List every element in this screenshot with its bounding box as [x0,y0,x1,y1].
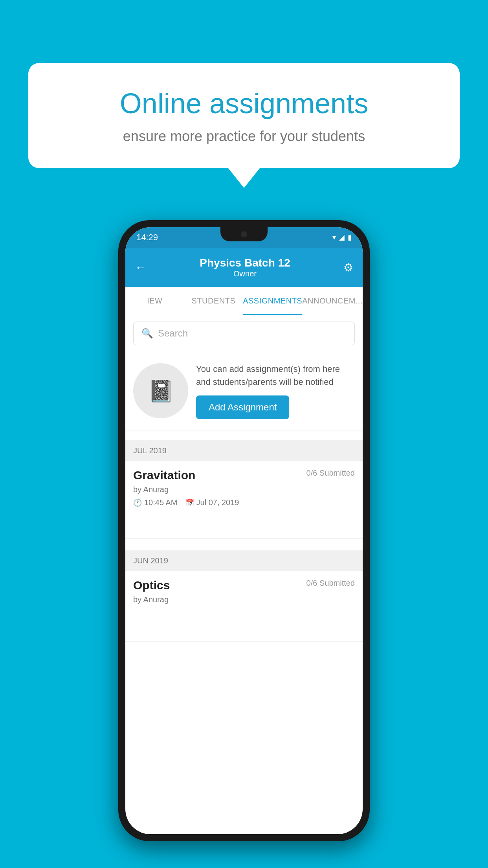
assignment-meta-gravitation: 🕐 10:45 AM 📅 Jul 07, 2019 [133,498,355,507]
speech-bubble-title: Online assignments [56,86,432,120]
status-time: 14:29 [136,232,158,243]
camera [241,231,247,237]
tab-students-label: STUDENTS [191,296,235,305]
assignment-item-optics[interactable]: Optics 0/6 Submitted by Anurag [125,571,363,642]
assignment-submitted-gravitation: 0/6 Submitted [306,469,355,478]
section-header-jul: JUL 2019 [125,440,363,461]
header-subtitle: Owner [200,269,290,278]
header-title: Physics Batch 12 [200,257,290,269]
search-container: 🔍 Search [125,315,363,351]
tab-iew-label: IEW [147,296,162,305]
speech-bubble-subtitle: ensure more practice for your students [56,128,432,145]
promo-text: You can add assignment(s) from here and … [196,362,355,388]
assignment-by-gravitation: by Anurag [133,485,355,494]
tab-assignments[interactable]: ASSIGNMENTS [243,287,302,315]
add-assignment-button[interactable]: Add Assignment [196,395,289,419]
tab-iew[interactable]: IEW [125,287,184,315]
assignment-date-gravitation: 📅 Jul 07, 2019 [185,498,239,507]
promo-icon-circle: 📓 [133,363,188,418]
section-label-jun: JUN 2019 [133,556,168,565]
section-header-jun: JUN 2019 [125,550,363,571]
assignment-item-gravitation[interactable]: Gravitation 0/6 Submitted by Anurag 🕐 10… [125,461,363,539]
tab-students[interactable]: STUDENTS [184,287,243,315]
notebook-icon: 📓 [148,379,174,403]
promo-card: 📓 You can add assignment(s) from here an… [125,351,363,430]
settings-icon[interactable]: ⚙ [343,261,353,274]
battery-icon: ▮ [348,233,352,242]
assignment-submitted-optics: 0/6 Submitted [306,579,355,588]
assignment-header-row: Gravitation 0/6 Submitted [133,469,355,482]
clock-icon: 🕐 [133,498,142,507]
assignment-by-optics: by Anurag [133,595,355,604]
signal-icon: ◢ [339,233,345,242]
back-button[interactable]: ← [135,261,147,274]
promo-content: You can add assignment(s) from here and … [196,362,355,419]
search-icon: 🔍 [141,328,153,339]
speech-bubble-container: Online assignments ensure more practice … [28,63,460,188]
tab-announcements-label: ANNOUNCEM... [302,296,363,305]
phone-outer: 14:29 ▾ ◢ ▮ ← Physics Batch 12 Owner ⚙ [118,220,370,841]
speech-bubble-arrow [228,168,260,188]
search-placeholder: Search [158,328,188,339]
app-header: ← Physics Batch 12 Owner ⚙ [125,248,363,287]
assignment-name-optics: Optics [133,579,170,592]
phone-container: 14:29 ▾ ◢ ▮ ← Physics Batch 12 Owner ⚙ [118,220,370,841]
assignment-date-value: Jul 07, 2019 [196,498,239,507]
assignment-time-gravitation: 🕐 10:45 AM [133,498,178,507]
assignment-name-gravitation: Gravitation [133,469,195,482]
notch [220,227,268,241]
tab-assignments-label: ASSIGNMENTS [243,296,302,305]
assignment-time-value: 10:45 AM [144,498,178,507]
wifi-icon: ▾ [332,233,336,242]
tabs-bar: IEW STUDENTS ASSIGNMENTS ANNOUNCEM... [125,287,363,315]
speech-bubble: Online assignments ensure more practice … [28,63,460,168]
section-label-jul: JUL 2019 [133,446,167,455]
tab-announcements[interactable]: ANNOUNCEM... [302,287,363,315]
assignment-optics-header-row: Optics 0/6 Submitted [133,579,355,592]
status-icons: ▾ ◢ ▮ [332,233,352,242]
calendar-icon: 📅 [185,498,194,507]
search-input[interactable]: 🔍 Search [133,322,355,345]
header-title-group: Physics Batch 12 Owner [200,257,290,278]
phone-screen: 14:29 ▾ ◢ ▮ ← Physics Batch 12 Owner ⚙ [125,227,363,834]
